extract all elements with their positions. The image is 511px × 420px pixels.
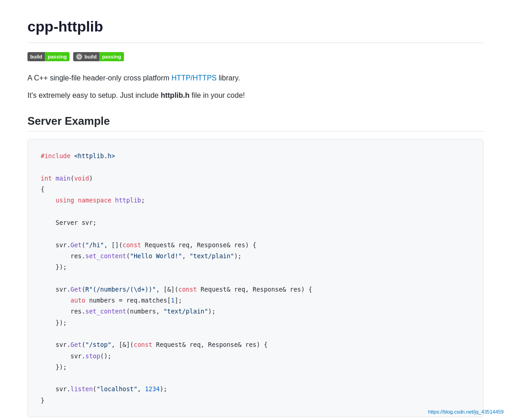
http-https-link[interactable]: HTTP/HTTPS — [172, 74, 217, 82]
description-1: A C++ single-file header-only cross plat… — [27, 72, 484, 84]
circleci-badge-label: ◯ build — [73, 52, 99, 61]
travis-badge-label: build — [27, 52, 45, 61]
server-example-title: Server Example — [27, 115, 484, 132]
code-content: #include <httplib.h> int main(void) { us… — [41, 150, 470, 406]
travis-badge[interactable]: build passing — [27, 52, 70, 61]
circleci-badge[interactable]: ◯ build passing — [73, 52, 124, 61]
badges-container: build passing ◯ build passing — [27, 52, 484, 61]
page-title: cpp-httplib — [27, 18, 484, 43]
travis-badge-value: passing — [45, 52, 70, 61]
circleci-icon: ◯ — [76, 53, 82, 60]
description-2: It's extremely easy to setup. Just inclu… — [27, 90, 484, 101]
circleci-badge-value: passing — [99, 52, 124, 61]
httplib-filename: httplib.h — [161, 91, 189, 99]
code-block: #include <httplib.h> int main(void) { us… — [27, 139, 484, 417]
watermark: https://blog.csdn.net/jq_43514459 — [428, 409, 504, 415]
